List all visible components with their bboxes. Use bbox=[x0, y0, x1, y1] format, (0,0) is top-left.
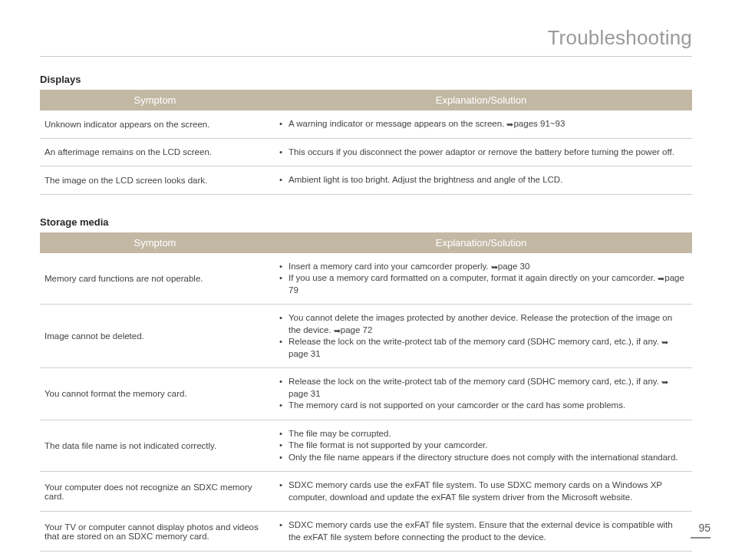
page-ref-icon: ➥ bbox=[658, 273, 664, 285]
solution-item: If you use a memory card formatted on a … bbox=[278, 272, 684, 296]
solution-cell: Ambient light is too bright. Adjust the … bbox=[270, 166, 692, 195]
solution-cell: SDXC memory cards use the exFAT file sys… bbox=[270, 512, 692, 552]
solution-list: Release the lock on the write-protect ta… bbox=[278, 376, 684, 412]
page-ref: page 30 bbox=[498, 262, 530, 271]
solution-list: Ambient light is too bright. Adjust the … bbox=[278, 174, 684, 186]
page-ref: page 72 bbox=[341, 325, 373, 334]
symptom-cell: Memory card functions are not operable. bbox=[40, 253, 270, 305]
solution-item: Release the lock on the write-protect ta… bbox=[278, 376, 684, 400]
troubleshooting-table: SymptomExplanation/SolutionMemory card f… bbox=[40, 232, 692, 552]
solution-item: SDXC memory cards use the exFAT file sys… bbox=[278, 519, 684, 543]
page-ref-icon: ➥ bbox=[491, 262, 498, 273]
solution-cell: Insert a memory card into your camcorder… bbox=[270, 253, 692, 305]
symptom-cell: The image on the LCD screen looks dark. bbox=[40, 166, 270, 195]
symptom-cell: An afterimage remains on the LCD screen. bbox=[40, 138, 270, 166]
symptom-cell: Unknown indicator appears on the screen. bbox=[40, 110, 270, 138]
page-ref-icon: ➥ bbox=[334, 325, 341, 337]
solution-item: The file format is not supported by your… bbox=[278, 440, 684, 452]
solution-cell: This occurs if you disconnect the power … bbox=[270, 138, 692, 166]
table-row: Memory card functions are not operable.I… bbox=[40, 253, 692, 305]
title-rule bbox=[40, 56, 692, 57]
solution-cell: Release the lock on the write-protect ta… bbox=[270, 368, 692, 420]
section-gap bbox=[40, 195, 692, 216]
solution-list: The file may be corrupted.The file forma… bbox=[278, 428, 684, 464]
solution-cell: A warning indicator or message appears o… bbox=[270, 110, 692, 138]
page-number-rule bbox=[691, 537, 711, 539]
solution-cell: You cannot delete the images protected b… bbox=[270, 305, 692, 368]
solution-item: This occurs if you disconnect the power … bbox=[278, 147, 684, 159]
page-number-value: 95 bbox=[698, 522, 711, 534]
solution-cell: SDXC memory cards use the exFAT file sys… bbox=[270, 472, 692, 512]
symptom-cell: Your computer does not recognize an SDXC… bbox=[40, 472, 270, 512]
page-ref: pages 91~93 bbox=[513, 119, 565, 128]
solution-item: Release the lock on the write-protect ta… bbox=[278, 336, 684, 360]
section-heading: Displays bbox=[40, 74, 692, 85]
solution-item: SDXC memory cards use the exFAT file sys… bbox=[278, 479, 684, 503]
page-title: Troubleshooting bbox=[40, 26, 692, 50]
symptom-cell: Your TV or computer cannot display photo… bbox=[40, 512, 270, 552]
page-ref-icon: ➥ bbox=[661, 377, 668, 388]
symptom-cell: The data file name is not indicated corr… bbox=[40, 420, 270, 472]
column-header-solution: Explanation/Solution bbox=[270, 90, 692, 110]
solution-list: This occurs if you disconnect the power … bbox=[278, 147, 684, 159]
solution-list: A warning indicator or message appears o… bbox=[278, 118, 684, 130]
table-row: You cannot format the memory card.Releas… bbox=[40, 368, 692, 420]
table-row: Your computer does not recognize an SDXC… bbox=[40, 472, 692, 512]
page-ref: page 79 bbox=[289, 273, 684, 295]
table-row: Your TV or computer cannot display photo… bbox=[40, 512, 692, 552]
solution-item: The memory card is not supported on your… bbox=[278, 400, 684, 412]
solution-list: SDXC memory cards use the exFAT file sys… bbox=[278, 479, 684, 503]
page-number: 95 bbox=[691, 522, 711, 539]
table-row: Unknown indicator appears on the screen.… bbox=[40, 110, 692, 138]
table-row: Image cannot be deleted.You cannot delet… bbox=[40, 305, 692, 368]
solution-cell: The file may be corrupted.The file forma… bbox=[270, 420, 692, 472]
column-header-symptom: Symptom bbox=[40, 232, 270, 253]
solution-item: Only the file name appears if the direct… bbox=[278, 452, 684, 464]
symptom-cell: Image cannot be deleted. bbox=[40, 305, 270, 368]
solution-item: The file may be corrupted. bbox=[278, 428, 684, 440]
table-row: The image on the LCD screen looks dark.A… bbox=[40, 166, 692, 195]
solution-item: Ambient light is too bright. Adjust the … bbox=[278, 174, 684, 186]
solution-item: Insert a memory card into your camcorder… bbox=[278, 261, 684, 273]
solution-item: A warning indicator or message appears o… bbox=[278, 118, 684, 130]
sections-container: DisplaysSymptomExplanation/SolutionUnkno… bbox=[40, 74, 692, 552]
page-ref-icon: ➥ bbox=[661, 337, 668, 348]
solution-item: You cannot delete the images protected b… bbox=[278, 312, 684, 336]
column-header-solution: Explanation/Solution bbox=[270, 232, 692, 253]
manual-page: Troubleshooting DisplaysSymptomExplanati… bbox=[0, 0, 732, 560]
solution-list: Insert a memory card into your camcorder… bbox=[278, 261, 684, 297]
table-row: The data file name is not indicated corr… bbox=[40, 420, 692, 472]
page-ref: page 31 bbox=[289, 389, 321, 398]
symptom-cell: You cannot format the memory card. bbox=[40, 368, 270, 420]
page-ref-icon: ➥ bbox=[506, 119, 513, 130]
table-row: An afterimage remains on the LCD screen.… bbox=[40, 138, 692, 166]
solution-list: You cannot delete the images protected b… bbox=[278, 312, 684, 360]
section-heading: Storage media bbox=[40, 216, 692, 228]
solution-list: SDXC memory cards use the exFAT file sys… bbox=[278, 519, 684, 543]
troubleshooting-table: SymptomExplanation/SolutionUnknown indic… bbox=[40, 90, 692, 195]
column-header-symptom: Symptom bbox=[40, 90, 270, 110]
page-ref: page 31 bbox=[289, 349, 321, 358]
